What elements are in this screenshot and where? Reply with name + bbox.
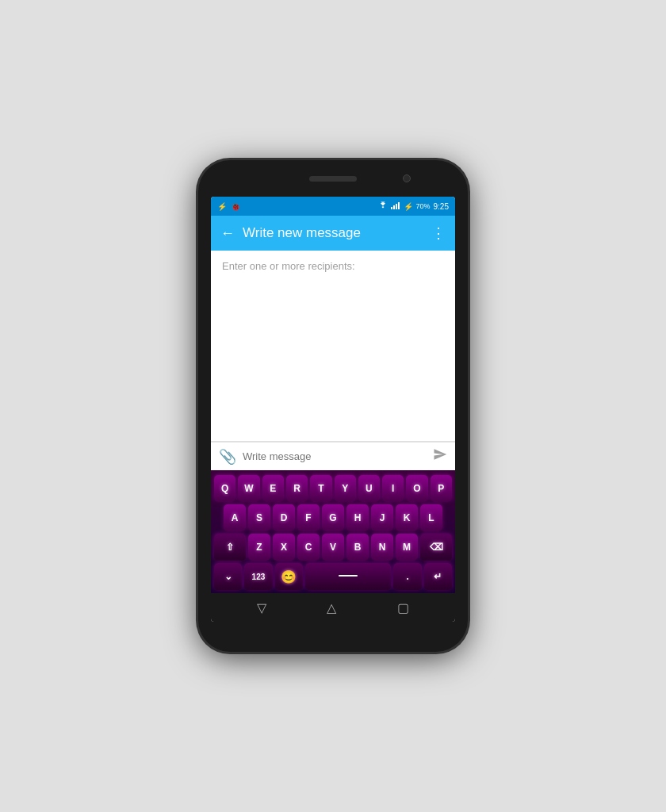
- key-f[interactable]: F: [297, 504, 320, 531]
- recipients-field[interactable]: Enter one or more recipients:: [211, 251, 455, 442]
- key-q[interactable]: Q: [214, 475, 235, 502]
- usb-icon: ⚡: [217, 202, 227, 211]
- compose-area: Enter one or more recipients: 📎: [211, 251, 455, 470]
- key-u[interactable]: U: [358, 475, 380, 502]
- period-key[interactable]: .: [393, 563, 421, 590]
- enter-key[interactable]: ↵: [424, 563, 452, 590]
- key-k[interactable]: K: [396, 504, 418, 531]
- phone-device: ⚡ 🐞: [198, 160, 468, 652]
- navigation-bar: ▽ △ ▢: [211, 593, 455, 622]
- key-z[interactable]: Z: [248, 534, 270, 561]
- key-y[interactable]: Y: [335, 475, 356, 502]
- svg-rect-4: [339, 575, 358, 576]
- key-m[interactable]: M: [396, 534, 418, 561]
- key-a[interactable]: A: [224, 504, 246, 531]
- battery-percent: 70%: [416, 202, 431, 210]
- shift-key[interactable]: ⇧: [214, 534, 246, 561]
- space-key[interactable]: [305, 563, 392, 590]
- status-left-icons: ⚡ 🐞: [217, 202, 240, 211]
- phone-screen: ⚡ 🐞: [211, 197, 455, 622]
- screen-title: Write new message: [243, 225, 423, 241]
- key-p[interactable]: P: [431, 475, 452, 502]
- emoji-key[interactable]: 😊: [275, 563, 303, 590]
- message-input-row: 📎: [211, 442, 455, 470]
- hide-keyboard-key[interactable]: ⌄: [214, 563, 242, 590]
- phone-camera: [403, 174, 411, 182]
- numbers-key[interactable]: 123: [244, 563, 272, 590]
- key-e[interactable]: E: [262, 475, 284, 502]
- keyboard-bottom-row: ⌄ 123 😊 . ↵: [214, 563, 452, 590]
- key-i[interactable]: I: [382, 475, 404, 502]
- keyboard-row-3: ⇧ Z X C V B N M ⌫: [214, 534, 452, 561]
- phone-speaker: [309, 176, 357, 182]
- key-o[interactable]: O: [406, 475, 427, 502]
- key-b[interactable]: B: [346, 534, 369, 561]
- send-button[interactable]: [433, 447, 447, 465]
- overflow-menu-button[interactable]: ⋮: [431, 224, 446, 242]
- clock: 9:25: [434, 202, 449, 211]
- keyboard-row-1: Q W E R T Y U I O P: [214, 475, 452, 502]
- battery-indicator: 70%: [416, 202, 431, 210]
- status-right-icons: ⚡ 70% 9:25: [378, 201, 449, 211]
- charging-icon: ⚡: [404, 202, 413, 211]
- key-r[interactable]: R: [286, 475, 308, 502]
- recipients-placeholder: Enter one or more recipients:: [222, 260, 355, 272]
- key-t[interactable]: T: [310, 475, 331, 502]
- message-input[interactable]: [243, 450, 427, 462]
- backspace-key[interactable]: ⌫: [420, 534, 452, 561]
- attachment-icon[interactable]: 📎: [219, 448, 236, 465]
- svg-rect-1: [393, 205, 395, 209]
- wifi-icon: [378, 201, 388, 211]
- svg-rect-0: [391, 207, 392, 209]
- svg-rect-2: [396, 204, 397, 209]
- key-h[interactable]: H: [346, 504, 369, 531]
- key-j[interactable]: J: [371, 504, 393, 531]
- key-x[interactable]: X: [273, 534, 295, 561]
- back-button[interactable]: ←: [220, 225, 235, 242]
- signal-icon: [391, 201, 400, 211]
- app-bar: ← Write new message ⋮: [211, 216, 455, 251]
- nav-home-button[interactable]: △: [327, 600, 336, 615]
- debug-icon: 🐞: [231, 202, 240, 211]
- keyboard[interactable]: Q W E R T Y U I O P A S D F G H J K: [211, 470, 455, 593]
- key-w[interactable]: W: [238, 475, 259, 502]
- phone-top: [208, 174, 458, 193]
- keyboard-row-2: A S D F G H J K L: [214, 504, 452, 531]
- key-c[interactable]: C: [297, 534, 320, 561]
- status-bar: ⚡ 🐞: [211, 197, 455, 216]
- key-s[interactable]: S: [248, 504, 270, 531]
- key-n[interactable]: N: [371, 534, 393, 561]
- nav-recents-button[interactable]: ▢: [397, 600, 409, 615]
- svg-rect-3: [398, 202, 400, 209]
- key-v[interactable]: V: [322, 534, 344, 561]
- nav-back-button[interactable]: ▽: [257, 600, 266, 615]
- key-g[interactable]: G: [322, 504, 344, 531]
- key-d[interactable]: D: [273, 504, 295, 531]
- key-l[interactable]: L: [420, 504, 442, 531]
